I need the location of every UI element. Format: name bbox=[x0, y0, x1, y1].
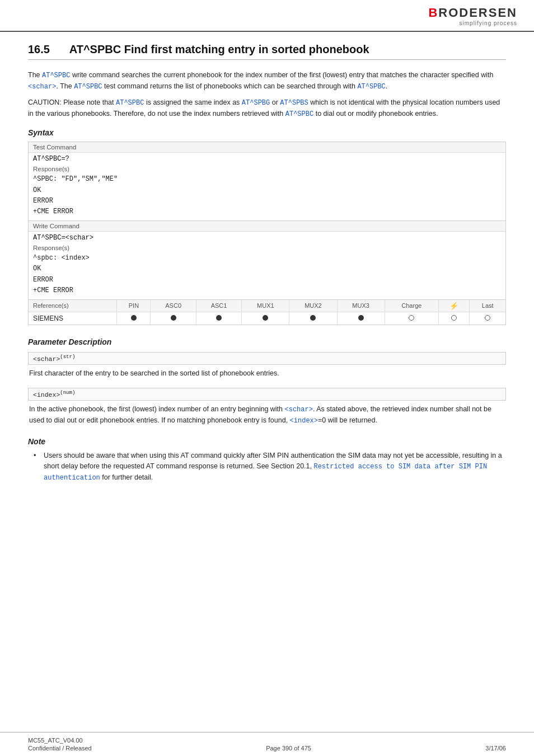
note-heading: Note bbox=[28, 437, 506, 446]
write-resp-line-3: ERROR bbox=[33, 275, 501, 285]
test-resp-line-4: +CME ERROR bbox=[33, 206, 501, 217]
param-index-desc: In the active phonebook, the first (lowe… bbox=[28, 404, 506, 426]
logo: BRODERSEN simplifying process bbox=[428, 6, 517, 26]
main-content: 16.5 AT^SPBC Find first matching entry i… bbox=[0, 32, 534, 732]
col-header-pin: PIN bbox=[117, 300, 151, 312]
write-response-label: Response(s) bbox=[29, 243, 505, 252]
section-heading: AT^SPBC Find first matching entry in sor… bbox=[69, 43, 369, 55]
test-response-content: ^SPBC: "FD","SM","ME" OK ERROR +CME ERRO… bbox=[29, 173, 505, 220]
intro-paragraph-1: The AT^SPBC write command searches the c… bbox=[28, 70, 506, 92]
col-header-ref: Reference(s) bbox=[29, 300, 117, 312]
param-schar-box: <schar>(str) bbox=[28, 352, 506, 365]
logo-brand: BRODERSEN bbox=[428, 6, 517, 20]
write-response-content: ^spbc: <index> OK ERROR +CME ERROR bbox=[29, 252, 505, 299]
dot-flash bbox=[451, 315, 457, 321]
col-header-mux1: MUX1 bbox=[242, 300, 289, 312]
page-header: BRODERSEN simplifying process bbox=[0, 0, 534, 32]
footer-date: 3/17/06 bbox=[485, 745, 506, 752]
ref-siemens-charge bbox=[385, 312, 438, 325]
footer-page-number: Page 390 of 475 bbox=[266, 745, 311, 752]
test-resp-line-3: ERROR bbox=[33, 196, 501, 206]
col-header-asc0: ASC0 bbox=[151, 300, 196, 312]
footer-status: Confidential / Released bbox=[28, 745, 92, 752]
ref-siemens-asc1 bbox=[196, 312, 241, 325]
ref-siemens-label: SIEMENS bbox=[29, 312, 117, 325]
reference-table-wrapper: Reference(s) PIN ASC0 ASC1 MUX1 MUX2 MUX… bbox=[28, 300, 506, 325]
note-item-1: Users should be aware that when using th… bbox=[34, 450, 506, 483]
col-header-mux3: MUX3 bbox=[337, 300, 385, 312]
write-command-label: Write Command bbox=[29, 221, 505, 232]
footer-doc-id: MC55_ATC_V04.00 bbox=[28, 737, 92, 744]
note-list: Users should be aware that when using th… bbox=[28, 450, 506, 483]
write-resp-line-4: +CME ERROR bbox=[33, 285, 501, 296]
test-response-label: Response(s) bbox=[29, 164, 505, 173]
test-command-text: AT^SPBC=? bbox=[29, 153, 505, 164]
dot-asc1 bbox=[216, 315, 222, 321]
col-header-charge: Charge bbox=[385, 300, 438, 312]
col-header-mux2: MUX2 bbox=[289, 300, 337, 312]
section-number: 16.5 bbox=[28, 43, 50, 55]
dot-charge bbox=[409, 315, 414, 321]
dot-mux2 bbox=[310, 315, 316, 321]
ref-siemens-pin bbox=[117, 312, 151, 325]
ref-siemens-flash bbox=[439, 312, 470, 325]
ref-table-header-row: Reference(s) PIN ASC0 ASC1 MUX1 MUX2 MUX… bbox=[29, 300, 505, 312]
col-header-asc1: ASC1 bbox=[196, 300, 241, 312]
dot-mux3 bbox=[358, 315, 364, 321]
col-header-last: Last bbox=[470, 300, 505, 312]
dot-asc0 bbox=[171, 315, 176, 321]
page-footer: MC55_ATC_V04.00 Confidential / Released … bbox=[0, 732, 534, 756]
footer-left: MC55_ATC_V04.00 Confidential / Released bbox=[28, 737, 92, 752]
ref-siemens-mux1 bbox=[242, 312, 289, 325]
ref-siemens-mux2 bbox=[289, 312, 337, 325]
logo-tagline: simplifying process bbox=[428, 20, 517, 26]
syntax-heading: Syntax bbox=[28, 128, 506, 137]
write-resp-line-2: OK bbox=[33, 264, 501, 274]
ref-siemens-mux3 bbox=[337, 312, 385, 325]
dot-pin bbox=[131, 315, 137, 321]
param-index-box: <index>(num) bbox=[28, 388, 506, 401]
ref-siemens-asc0 bbox=[151, 312, 196, 325]
intro-paragraph-2: CAUTION: Please note that AT^SPBC is ass… bbox=[28, 97, 506, 119]
ref-siemens-last bbox=[470, 312, 505, 325]
ref-table-row-siemens: SIEMENS bbox=[29, 312, 505, 325]
write-command-text: AT^SPBC=<schar> bbox=[29, 232, 505, 243]
param-schar-desc: First character of the entry to be searc… bbox=[28, 368, 506, 379]
col-header-flash: ⚡ bbox=[439, 300, 470, 312]
test-command-box: Test Command AT^SPBC=? Response(s) ^SPBC… bbox=[28, 142, 506, 221]
write-resp-line-1: ^spbc: <index> bbox=[33, 253, 501, 264]
dot-mux1 bbox=[263, 315, 268, 321]
reference-table: Reference(s) PIN ASC0 ASC1 MUX1 MUX2 MUX… bbox=[29, 300, 505, 325]
test-command-label: Test Command bbox=[29, 142, 505, 153]
param-description-heading: Parameter Description bbox=[28, 337, 506, 346]
dot-last bbox=[485, 315, 490, 321]
param-index-superscript: (num) bbox=[60, 390, 75, 396]
test-resp-line-2: OK bbox=[33, 185, 501, 196]
param-schar-superscript: (str) bbox=[60, 354, 75, 360]
section-title: 16.5 AT^SPBC Find first matching entry i… bbox=[28, 43, 506, 60]
test-resp-line-1: ^SPBC: "FD","SM","ME" bbox=[33, 174, 501, 185]
write-command-box: Write Command AT^SPBC=<schar> Response(s… bbox=[28, 221, 506, 300]
